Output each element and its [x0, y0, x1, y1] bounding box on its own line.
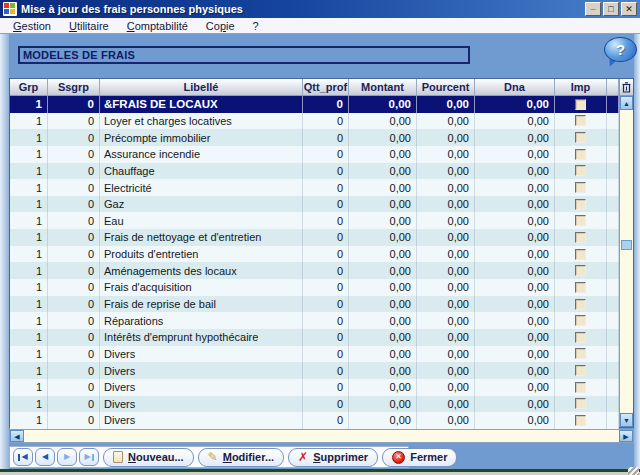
column-header-pourcent[interactable]: Pourcent [417, 79, 475, 95]
nav-last-record-button[interactable]: ▶ [79, 448, 99, 466]
imp-checkbox[interactable] [575, 215, 586, 226]
table-row[interactable]: 10Electricité00,000,000,00 [10, 179, 619, 196]
close-button[interactable]: ✕ [621, 2, 637, 16]
delete-button[interactable]: ✗Supprimer [288, 448, 378, 467]
scroll-down-button[interactable]: ▼ [620, 413, 633, 427]
cell-imp [555, 329, 607, 346]
cell-filler [607, 262, 619, 279]
table-row[interactable]: 10Frais d'acquisition00,000,000,00 [10, 279, 619, 296]
imp-checkbox[interactable] [575, 232, 586, 243]
cell-qtt-prof: 0 [303, 346, 349, 363]
nav-next-record-button[interactable]: ▶ [57, 448, 77, 466]
cell-montant: 0,00 [349, 179, 417, 196]
menu-item-comptabilit[interactable]: Comptabilité [118, 20, 197, 32]
scroll-right-button[interactable]: ▶ [619, 430, 633, 442]
header-corner-cell[interactable] [620, 79, 633, 96]
resize-grip-icon[interactable] [628, 467, 639, 475]
imp-checkbox[interactable] [575, 365, 586, 376]
column-header-ssgrp[interactable]: Ssgrp [48, 79, 100, 95]
column-header-imp[interactable]: Imp [555, 79, 607, 95]
column-header-dna[interactable]: Dna [475, 79, 555, 95]
table-row[interactable]: 10Divers00,000,000,00 [10, 362, 619, 379]
imp-checkbox[interactable] [575, 265, 586, 276]
cell-pourcent: 0,00 [417, 113, 475, 130]
cell-montant: 0,00 [349, 212, 417, 229]
imp-checkbox[interactable] [575, 415, 586, 426]
imp-checkbox[interactable] [575, 332, 586, 343]
table-row[interactable]: 10Frais de nettoyage et d'entretien00,00… [10, 229, 619, 246]
imp-checkbox[interactable] [575, 348, 586, 359]
table-row[interactable]: 10Réparations00,000,000,00 [10, 312, 619, 329]
table-row[interactable]: 10Gaz00,000,000,00 [10, 196, 619, 213]
titlebar[interactable]: Mise à jour des frais personnes physique… [0, 0, 640, 18]
menu-item-gestion[interactable]: Gestion [4, 20, 60, 32]
imp-checkbox[interactable] [575, 149, 586, 160]
imp-checkbox[interactable] [575, 165, 586, 176]
imp-checkbox[interactable] [575, 199, 586, 210]
menu-item-copie[interactable]: Copie [197, 20, 244, 32]
cell-montant: 0,00 [349, 296, 417, 313]
table-row[interactable]: 10Divers00,000,000,00 [10, 346, 619, 363]
horizontal-scrollbar[interactable]: ◀ ▶ [9, 429, 634, 443]
table-row[interactable]: 10Divers00,000,000,00 [10, 379, 619, 396]
table-row[interactable]: 10Eau00,000,000,00 [10, 212, 619, 229]
imp-checkbox[interactable] [575, 115, 586, 126]
column-header-libell[interactable]: Libellé [100, 79, 303, 95]
cell-grp: 1 [10, 229, 48, 246]
column-header-qtt-prof[interactable]: Qtt_prof [303, 79, 349, 95]
maximize-button[interactable]: □ [603, 2, 619, 16]
table-row[interactable]: 10Divers00,000,000,00 [10, 396, 619, 413]
scroll-left-button[interactable]: ◀ [10, 430, 24, 442]
column-header-montant[interactable]: Montant [349, 79, 417, 95]
table-row[interactable]: 10&FRAIS DE LOCAUX00,000,000,00 [10, 96, 619, 113]
cell-montant: 0,00 [349, 229, 417, 246]
table-row[interactable]: 10Frais de reprise de bail00,000,000,00 [10, 296, 619, 313]
nav-previous-record-button[interactable]: ◀ [35, 448, 55, 466]
imp-checkbox[interactable] [575, 315, 586, 326]
menu-item-utilitaire[interactable]: Utilitaire [60, 20, 118, 32]
cell-pourcent: 0,00 [417, 179, 475, 196]
edit-button[interactable]: ✎Modifier... [198, 448, 284, 467]
pencil-icon: ✎ [208, 451, 218, 463]
imp-checkbox[interactable] [575, 182, 586, 193]
horizontal-scroll-track[interactable] [24, 430, 619, 442]
cell-qtt-prof: 0 [303, 412, 349, 429]
table-row[interactable]: 10Chauffage00,000,000,00 [10, 163, 619, 180]
cell-filler [607, 146, 619, 163]
table-row[interactable]: 10Assurance incendie00,000,000,00 [10, 146, 619, 163]
cell-libell: &FRAIS DE LOCAUX [100, 96, 303, 113]
imp-checkbox[interactable] [575, 132, 586, 143]
table-row[interactable]: 10Intérêts d'emprunt hypothécaire00,000,… [10, 329, 619, 346]
imp-checkbox[interactable] [575, 299, 586, 310]
table-row[interactable]: 10Produits d'entretien00,000,000,00 [10, 246, 619, 263]
table-row[interactable]: 10Divers00,000,000,00 [10, 412, 619, 429]
vertical-scroll-track[interactable] [620, 110, 633, 413]
menu-item-help[interactable]: ? [244, 20, 268, 32]
new-button[interactable]: Nouveau... [103, 448, 194, 467]
cell-pourcent: 0,00 [417, 396, 475, 413]
cell-grp: 1 [10, 379, 48, 396]
cell-ssgrp: 0 [48, 362, 100, 379]
column-header-filler[interactable] [607, 79, 619, 95]
imp-checkbox[interactable] [575, 398, 586, 409]
imp-checkbox[interactable] [575, 282, 586, 293]
vertical-scrollbar[interactable]: ▲ ▼ [619, 79, 633, 427]
nav-first-record-button[interactable]: ◀ [13, 448, 33, 466]
cell-dna: 0,00 [475, 96, 555, 113]
table-row[interactable]: 10Loyer et charges locatives00,000,000,0… [10, 113, 619, 130]
imp-checkbox[interactable] [575, 382, 586, 393]
scroll-up-button[interactable]: ▲ [620, 96, 633, 110]
cell-imp [555, 229, 607, 246]
imp-checkbox[interactable] [575, 99, 586, 110]
vertical-scroll-thumb[interactable] [621, 240, 632, 250]
minimize-button[interactable]: _ [585, 2, 601, 16]
imp-checkbox[interactable] [575, 249, 586, 260]
help-icon[interactable]: ? [603, 37, 637, 69]
cell-dna: 0,00 [475, 129, 555, 146]
table-row[interactable]: 10Précompte immobilier00,000,000,00 [10, 129, 619, 146]
table-row[interactable]: 10Aménagements des locaux00,000,000,00 [10, 262, 619, 279]
cell-qtt-prof: 0 [303, 196, 349, 213]
close-button[interactable]: ✕Fermer [382, 448, 457, 467]
column-header-grp[interactable]: Grp [10, 79, 48, 95]
cell-ssgrp: 0 [48, 346, 100, 363]
